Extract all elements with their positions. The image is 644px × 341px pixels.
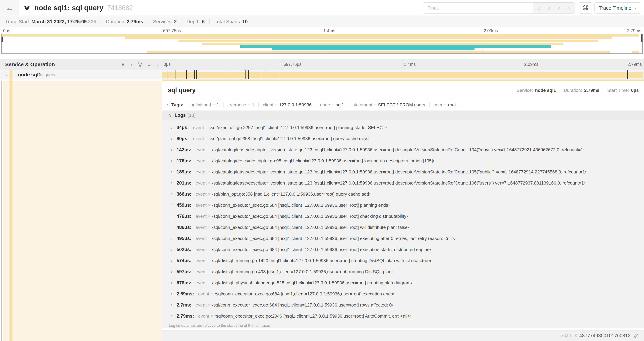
collapse-all-icon[interactable]: ∨ — [121, 62, 125, 67]
log-field-value: ‹sql/catalog/lease/descriptor_version_st… — [212, 169, 586, 175]
equals-sign: = — [208, 214, 210, 218]
tag-key: node — [320, 102, 330, 108]
log-entry-row[interactable]: ›2.7ms:event=‹sql/conn_executor_exec.go:… — [162, 299, 644, 310]
log-event-marker — [628, 70, 628, 79]
logs-count: (18) — [188, 113, 196, 118]
log-field-key: event — [196, 269, 207, 274]
logs-expander-icon[interactable]: ∨ — [169, 113, 172, 118]
log-expander-icon[interactable]: › — [171, 258, 176, 263]
search-input[interactable] — [423, 3, 533, 14]
minimap-right-scrubber[interactable] — [641, 34, 642, 42]
log-entry-row[interactable]: ›142μs:event=‹sql/catalog/lease/descript… — [162, 144, 644, 155]
next-match-icon[interactable]: ∨ — [557, 5, 560, 11]
ruler-tick-label: 0μs — [164, 59, 171, 70]
log-entry-row[interactable]: ›34μs:event=‹sql/exec_util.go:2297 [nsql… — [162, 122, 644, 133]
log-field-key: event — [196, 214, 207, 219]
log-event-marker — [279, 70, 279, 79]
log-field-value: ‹sql/conn_executor_exec.go:684 [nsql1,cl… — [212, 236, 456, 241]
log-expander-icon[interactable]: › — [171, 247, 176, 252]
log-entry-row[interactable]: ›597μs:event=‹sql/distsql_running.go:498… — [162, 266, 644, 277]
log-expander-icon[interactable]: › — [171, 203, 176, 208]
view-selector-dropdown[interactable]: Trace Timeline ∨ — [594, 3, 641, 14]
service-operation-header: Service & Operation — [5, 59, 55, 70]
log-rows-container: ›34μs:event=‹sql/exec_util.go:2297 [nsql… — [162, 122, 644, 321]
log-expander-icon[interactable]: › — [171, 181, 176, 185]
back-button[interactable]: ← — [0, 0, 20, 16]
equals-sign: = — [208, 269, 210, 274]
find-group: ◎ ∧ ∨ ✕ — [423, 3, 575, 14]
prev-match-icon[interactable]: ∧ — [548, 5, 551, 11]
log-expander-icon[interactable]: › — [171, 225, 176, 230]
span-expander-icon[interactable]: ∨ — [5, 70, 8, 80]
expand-all-icon[interactable]: » — [148, 62, 151, 67]
log-field-value: ‹sql/distsql_physical_planner.go:828 [ns… — [212, 280, 412, 285]
log-field-key: event — [198, 291, 209, 297]
log-entry-row[interactable]: ›2.79ms:event=‹sql/conn_executor_exec.go… — [162, 310, 644, 321]
log-entry-row[interactable]: ›201μs:event=‹sql/catalog/lease/descript… — [162, 177, 644, 189]
equals-sign: = — [208, 147, 210, 152]
equals-sign: = — [208, 236, 210, 241]
log-timestamp: 678μs: — [176, 280, 192, 285]
log-event-marker — [247, 70, 248, 79]
keyboard-shortcuts-button[interactable]: ⌘ — [579, 3, 592, 14]
log-expander-icon[interactable]: › — [171, 302, 176, 307]
span-bar-track[interactable] — [162, 70, 643, 80]
column-resizer-handle[interactable]: ‖ — [157, 64, 158, 69]
logs-header[interactable]: ∨ Logs (18) — [162, 111, 644, 120]
left-edge-line — [2, 81, 2, 341]
log-entry-row[interactable]: ›176μs:event=‹sql/catalog/descs/descript… — [162, 155, 644, 166]
log-field-value: ‹sql/catalog/descs/descriptor.go:98 [nsq… — [212, 158, 434, 164]
summary-item-label: Services — [153, 19, 172, 25]
ruler-tick-label: 697.75μs — [163, 28, 181, 34]
log-entry-row[interactable]: ›574μs:event=‹sql/distsql_running.go:142… — [162, 255, 644, 266]
log-timestamp: 34μs: — [176, 125, 189, 130]
ruler-tick-label: 697.75μs — [284, 59, 302, 70]
link-icon[interactable] — [633, 333, 639, 338]
clear-search-icon[interactable]: ✕ — [566, 5, 570, 11]
log-expander-icon[interactable]: › — [171, 314, 176, 318]
log-entry-row[interactable]: ›495μs:event=‹sql/conn_executor_exec.go:… — [162, 233, 644, 244]
trace-collapse-icon[interactable]: ∨ — [23, 4, 31, 12]
log-entry-row[interactable]: ›366μs:event=‹sql/plan_opt.go:358 [nsql1… — [162, 189, 644, 200]
tag-separator — [316, 102, 316, 107]
log-timestamp: 502μs: — [176, 247, 192, 252]
log-expander-icon[interactable]: › — [171, 147, 176, 152]
minimap-span-bar — [125, 37, 612, 39]
log-expander-icon[interactable]: › — [171, 158, 176, 163]
log-expander-icon[interactable]: › — [171, 291, 176, 296]
log-expander-icon[interactable]: › — [171, 136, 176, 141]
spanid-label: SpanID: — [560, 333, 577, 338]
log-entry-row[interactable]: ›476μs:event=‹sql/conn_executor_exec.go:… — [162, 211, 644, 222]
log-expander-icon[interactable]: › — [171, 192, 176, 196]
log-expander-icon[interactable]: › — [171, 236, 176, 241]
detail-title-divider — [165, 99, 643, 99]
log-expander-icon[interactable]: › — [171, 269, 176, 274]
minimap-span-bar — [632, 51, 639, 53]
log-timestamp: 574μs: — [176, 258, 192, 263]
equals-sign: = — [374, 103, 376, 107]
log-event-marker — [168, 70, 168, 79]
log-entry-row[interactable]: ›189μs:event=‹sql/catalog/lease/descript… — [162, 166, 644, 177]
log-field-key: event — [193, 136, 204, 141]
log-entry-row[interactable]: ›486μs:event=‹sql/conn_executor_exec.go:… — [162, 222, 644, 233]
tags-expander-icon[interactable]: › — [167, 102, 168, 108]
log-entry-row[interactable]: ›502μs:event=‹sql/conn_executor_exec.go:… — [162, 244, 644, 255]
log-entry-row[interactable]: ›2.69ms:event=‹sql/conn_executor_exec.go… — [162, 288, 644, 299]
title-group: ∨ node sql1: sql query 7418682 — [24, 0, 133, 16]
expand-one-icon[interactable]: › — [131, 62, 132, 67]
log-field-value: ‹sql/plan_opt.go:358 [nsql1,client=127.0… — [212, 191, 370, 197]
log-expander-icon[interactable]: › — [171, 214, 176, 219]
log-timestamp: 486μs: — [176, 225, 192, 230]
collapse-one-icon[interactable]: ⋁ — [138, 62, 142, 67]
log-entry-row[interactable]: ›678μs:event=‹sql/distsql_physical_plann… — [162, 277, 644, 288]
detail-left-column — [2, 81, 162, 341]
log-entry-row[interactable]: ›80μs:event=‹sql/plan_opt.go:358 [nsql1,… — [162, 133, 644, 144]
log-expander-icon[interactable]: › — [171, 280, 176, 285]
tags-row[interactable]: › Tags: _unfinished=1_verbose=1client=12… — [167, 101, 456, 109]
log-expander-icon[interactable]: › — [171, 125, 176, 130]
log-expander-icon[interactable]: › — [171, 169, 176, 174]
log-entry-row[interactable]: ›459μs:event=‹sql/conn_executor_exec.go:… — [162, 200, 644, 211]
log-field-value: ‹sql/exec_util.go:2297 [nsql1,client=127… — [209, 125, 387, 130]
locate-icon[interactable]: ◎ — [537, 5, 541, 11]
minimap-canvas[interactable] — [2, 34, 642, 54]
